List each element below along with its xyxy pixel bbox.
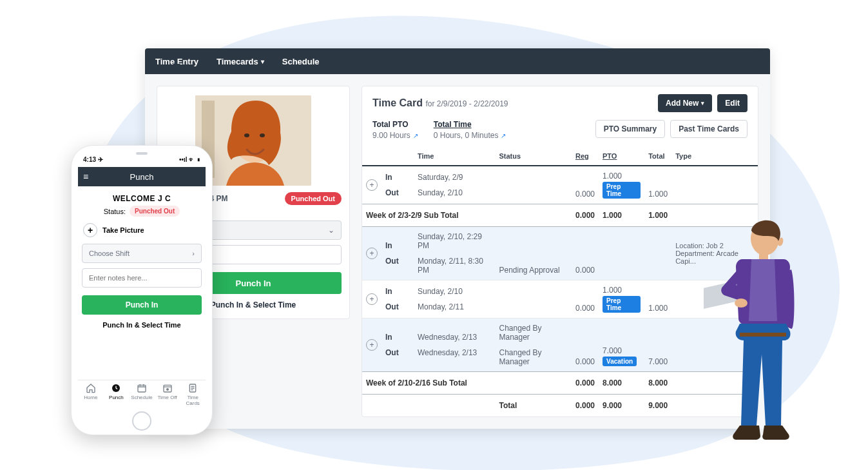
take-picture-button[interactable]: +: [83, 223, 97, 237]
subtotal-row: Week of 2/10-2/16 Sub Total 0.000 8.000 …: [362, 372, 758, 395]
col-total: Total: [644, 147, 671, 166]
pto-summary-button[interactable]: PTO Summary: [595, 120, 665, 138]
status-pill-phone: Punched Out: [130, 206, 180, 217]
phone-statusbar: 4:13 ✈ ••ıl ᯤ ▮: [78, 156, 206, 163]
table-row: + In Out Saturday, 2/9 Sunday, 2/10 0.00…: [362, 166, 758, 204]
nav-time-entry[interactable]: Time Entry: [155, 57, 198, 66]
signal-icons: ••ıl ᯤ ▮: [179, 156, 200, 163]
expand-row-icon[interactable]: +: [366, 179, 378, 191]
profile-photo: [195, 95, 311, 186]
top-nav: Time Entry Timecards▾ Schedule: [145, 48, 770, 74]
expand-row-icon[interactable]: +: [366, 248, 378, 259]
pto-badge: Prep Time: [603, 296, 641, 313]
timecard-table: Time Status Reg PTO Total Type +: [362, 147, 758, 416]
punch-in-select-time-phone[interactable]: Punch In & Select Time: [82, 321, 202, 329]
timecard-title: Time Card for 2/9/2019 - 2/22/2019: [372, 97, 508, 109]
chevron-down-icon: ▾: [701, 100, 704, 106]
svg-rect-15: [740, 333, 786, 337]
external-link-icon[interactable]: ↗: [501, 132, 506, 139]
phone-tabbar: Home Punch Schedule Time Off Time Cards: [78, 380, 206, 409]
table-row: + InOut Sunday, 2/10Monday, 2/11 0.000 1…: [362, 280, 758, 318]
col-reg[interactable]: Reg: [572, 147, 599, 166]
svg-point-14: [735, 299, 747, 308]
svg-rect-13: [759, 251, 768, 259]
grand-total-row: Total 0.000 9.000 9.000: [362, 395, 758, 417]
status-line: Status: Punched Out: [82, 206, 202, 217]
welcome-text: WELCOME J C: [82, 194, 202, 203]
notes-input-phone[interactable]: [82, 268, 202, 288]
svg-point-3: [244, 133, 249, 137]
nav-timecards-label: Timecards: [217, 57, 258, 66]
table-row: + InOut Wednesday, 2/13Wednesday, 2/13 C…: [362, 318, 758, 372]
phone-home-button[interactable]: [132, 411, 151, 431]
external-link-icon[interactable]: ↗: [413, 132, 418, 139]
phone-notch: [136, 152, 148, 155]
pto-badge: Prep Time: [603, 182, 641, 199]
nav-timecards[interactable]: Timecards▾: [217, 57, 264, 66]
tab-timeoff[interactable]: Time Off: [155, 380, 180, 409]
subtotal-row: Week of 2/3-2/9 Sub Total 0.000 1.000 1.…: [362, 204, 758, 227]
past-timecards-button[interactable]: Past Time Cards: [670, 120, 747, 138]
take-picture-label: Take Picture: [102, 226, 144, 234]
phone-mockup: 4:13 ✈ ••ıl ᯤ ▮ ≡ Punch WELCOME J C Stat…: [71, 145, 213, 435]
svg-point-8: [166, 389, 168, 391]
chevron-down-icon: ⌄: [328, 226, 334, 235]
col-type: Type: [671, 147, 758, 166]
chevron-down-icon: ▾: [261, 58, 264, 65]
person-illustration: [704, 213, 807, 454]
svg-point-4: [260, 133, 265, 137]
total-pto-block: Total PTO 9.00 Hours↗: [372, 120, 418, 141]
pto-badge: Vacation: [603, 357, 637, 366]
col-time: Time: [414, 147, 496, 166]
svg-rect-6: [138, 385, 146, 392]
tab-punch[interactable]: Punch: [104, 380, 130, 409]
punch-in-button-phone[interactable]: Punch In: [82, 295, 202, 315]
phone-header-title: Punch: [130, 172, 154, 182]
hamburger-icon[interactable]: ≡: [83, 171, 88, 182]
col-pto[interactable]: PTO: [599, 147, 644, 166]
choose-shift-select[interactable]: Choose Shift›: [82, 244, 202, 263]
status-pill-desktop: Punched Out: [285, 192, 342, 205]
timecard-panel: Time Card for 2/9/2019 - 2/22/2019 Add N…: [362, 86, 758, 417]
tab-schedule[interactable]: Schedule: [129, 380, 155, 409]
tab-timecards[interactable]: Time Cards: [180, 380, 206, 409]
col-status: Status: [496, 147, 572, 166]
edit-button[interactable]: Edit: [717, 94, 747, 112]
expand-row-icon[interactable]: +: [366, 293, 378, 305]
expand-row-icon[interactable]: +: [366, 339, 378, 351]
nav-schedule[interactable]: Schedule: [282, 57, 320, 66]
table-row: + InOut Sunday, 2/10, 2:29 PMMonday, 2/1…: [362, 227, 758, 280]
desktop-window: Time Entry Timecards▾ Schedule e was 3:0…: [145, 48, 770, 429]
phone-header: ≡ Punch: [78, 167, 206, 186]
add-new-button[interactable]: Add New▾: [658, 94, 712, 112]
total-time-block: Total Time 0 Hours, 0 Minutes↗: [434, 120, 506, 141]
tab-home[interactable]: Home: [78, 380, 104, 409]
chevron-right-icon: ›: [192, 250, 195, 257]
